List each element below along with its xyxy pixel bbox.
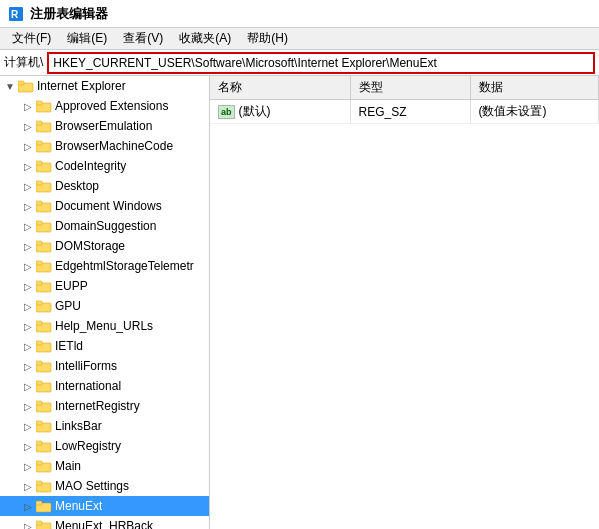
tree-item-label: LowRegistry (55, 439, 121, 453)
folder-icon (36, 499, 52, 513)
svg-rect-9 (36, 141, 42, 145)
expander-icon: ▷ (20, 198, 36, 214)
left-pane: ▼ Internet Explorer ▷Approved Extensions… (0, 76, 210, 529)
expander-icon: ▷ (20, 338, 36, 354)
tree-item-label: MenuExt (55, 499, 102, 513)
expander-icon: ▷ (20, 258, 36, 274)
tree-item[interactable]: ▷EdgehtmlStorageTelemetr (0, 256, 209, 276)
folder-icon (36, 179, 52, 193)
expander-icon: ▷ (20, 98, 36, 114)
svg-rect-37 (36, 421, 42, 425)
folder-icon (36, 399, 52, 413)
address-bar: 计算机\ (0, 50, 599, 76)
tree-item[interactable]: ▷DomainSuggestion (0, 216, 209, 236)
tree-item-label: GPU (55, 299, 81, 313)
folder-icon (36, 519, 52, 529)
col-header-data: 数据 (470, 76, 599, 100)
tree-children-container: ▷Approved Extensions▷BrowserEmulation▷Br… (0, 96, 209, 529)
tree-item-label: MenuExt_HRBack (55, 519, 153, 529)
tree-item-label: Main (55, 459, 81, 473)
tree-item[interactable]: ▷LowRegistry (0, 436, 209, 456)
tree-item-label: International (55, 379, 121, 393)
tree-item[interactable]: ▷Desktop (0, 176, 209, 196)
col-header-type: 类型 (350, 76, 470, 100)
tree-item-label: LinksBar (55, 419, 102, 433)
tree-item[interactable]: ▷Approved Extensions (0, 96, 209, 116)
menu-edit[interactable]: 编辑(E) (59, 28, 115, 49)
svg-rect-33 (36, 381, 42, 385)
folder-icon (36, 99, 52, 113)
tree-item-label: IntelliForms (55, 359, 117, 373)
menu-favorites[interactable]: 收藏夹(A) (171, 28, 239, 49)
tree-item[interactable]: ▷InternetRegistry (0, 396, 209, 416)
expander-icon: ▷ (20, 298, 36, 314)
expander-icon: ▷ (20, 278, 36, 294)
reg-table-body: ab(默认)REG_SZ(数值未设置) (210, 100, 599, 124)
tree-item-label: EdgehtmlStorageTelemetr (55, 259, 194, 273)
menu-file[interactable]: 文件(F) (4, 28, 59, 49)
tree-item[interactable]: ▷International (0, 376, 209, 396)
expander-icon: ▷ (20, 318, 36, 334)
tree-item[interactable]: ▷MAO Settings (0, 476, 209, 496)
tree-item[interactable]: ▷LinksBar (0, 416, 209, 436)
svg-rect-25 (36, 301, 42, 305)
tree-item[interactable]: ▷MenuExt_HRBack (0, 516, 209, 529)
tree-item-label: Help_Menu_URLs (55, 319, 153, 333)
expander-icon: ▷ (20, 398, 36, 414)
folder-icon-root (18, 79, 34, 93)
address-input[interactable] (47, 52, 595, 74)
table-row[interactable]: ab(默认)REG_SZ(数值未设置) (210, 100, 599, 124)
tree-item[interactable]: ▷CodeIntegrity (0, 156, 209, 176)
svg-rect-21 (36, 261, 42, 265)
tree-item-label: DomainSuggestion (55, 219, 156, 233)
tree-item[interactable]: ▷MenuExt (0, 496, 209, 516)
tree-item-label: Approved Extensions (55, 99, 168, 113)
menu-view[interactable]: 查看(V) (115, 28, 171, 49)
app-icon: R (8, 6, 24, 22)
reg-data-cell: (数值未设置) (470, 100, 599, 124)
svg-rect-11 (36, 161, 42, 165)
expander-icon: ▷ (20, 118, 36, 134)
folder-icon (36, 319, 52, 333)
tree-item[interactable]: ▷Document Windows (0, 196, 209, 216)
folder-icon (36, 219, 52, 233)
tree-item[interactable]: ▷Main (0, 456, 209, 476)
tree-root-label: Internet Explorer (37, 79, 126, 93)
tree-item-root[interactable]: ▼ Internet Explorer (0, 76, 209, 96)
expander-icon: ▷ (20, 518, 36, 529)
tree-item[interactable]: ▷BrowserEmulation (0, 116, 209, 136)
tree-item[interactable]: ▷DOMStorage (0, 236, 209, 256)
folder-icon (36, 159, 52, 173)
tree-item[interactable]: ▷GPU (0, 296, 209, 316)
expander-icon: ▷ (20, 478, 36, 494)
svg-rect-41 (36, 461, 42, 465)
tree-item[interactable]: ▷Help_Menu_URLs (0, 316, 209, 336)
folder-icon (36, 339, 52, 353)
tree-item-label: BrowserMachineCode (55, 139, 173, 153)
folder-icon (36, 379, 52, 393)
svg-rect-13 (36, 181, 42, 185)
tree-item-label: CodeIntegrity (55, 159, 126, 173)
folder-icon (36, 439, 52, 453)
expander-icon: ▷ (20, 418, 36, 434)
folder-icon (36, 199, 52, 213)
tree-item[interactable]: ▷IntelliForms (0, 356, 209, 376)
folder-icon (36, 299, 52, 313)
svg-rect-5 (36, 101, 42, 105)
svg-rect-3 (18, 81, 24, 85)
svg-rect-39 (36, 441, 42, 445)
tree-item[interactable]: ▷IETld (0, 336, 209, 356)
menu-help[interactable]: 帮助(H) (239, 28, 296, 49)
tree-item[interactable]: ▷BrowserMachineCode (0, 136, 209, 156)
folder-icon (36, 359, 52, 373)
expander-icon: ▷ (20, 218, 36, 234)
folder-icon (36, 279, 52, 293)
tree-item-label: InternetRegistry (55, 399, 140, 413)
tree-item[interactable]: ▷EUPP (0, 276, 209, 296)
tree-item-label: EUPP (55, 279, 88, 293)
tree-item-label: DOMStorage (55, 239, 125, 253)
expander-icon: ▷ (20, 378, 36, 394)
registry-table: 名称 类型 数据 ab(默认)REG_SZ(数值未设置) (210, 76, 599, 124)
tree-item-label: BrowserEmulation (55, 119, 152, 133)
folder-icon (36, 119, 52, 133)
